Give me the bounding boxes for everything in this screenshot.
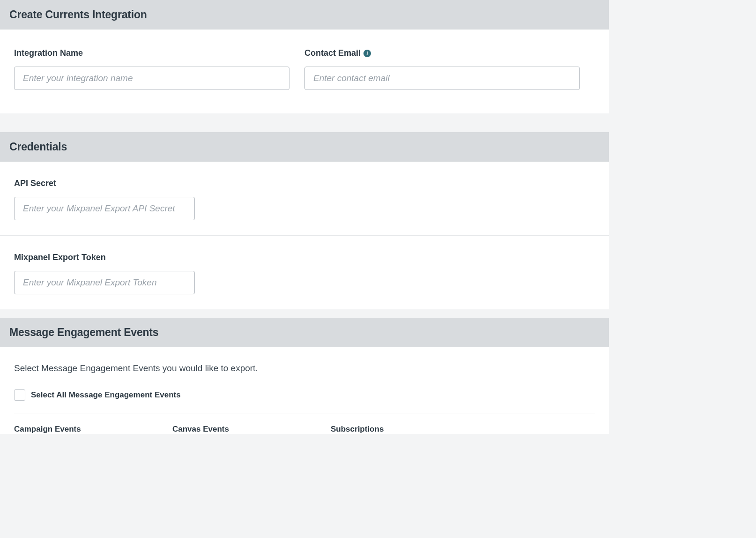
label-contact-email-text: Contact Email (304, 48, 361, 58)
events-title: Message Engagement Events (9, 326, 600, 339)
select-all-checkbox[interactable] (14, 389, 25, 401)
select-all-label: Select All Message Engagement Events (31, 390, 181, 400)
select-all-row: Select All Message Engagement Events (14, 389, 595, 413)
column-canvas-events: Canvas Events (172, 425, 331, 434)
integration-name-input[interactable] (14, 67, 289, 90)
section-header-create-integration: Create Currents Integration (0, 0, 609, 30)
label-api-secret: API Secret (14, 179, 595, 188)
section-header-credentials: Credentials (0, 132, 609, 162)
field-api-secret: API Secret (0, 162, 609, 236)
event-columns: Campaign Events Canvas Events Subscripti… (14, 413, 595, 434)
field-export-token: Mixpanel Export Token (0, 236, 609, 309)
export-token-input[interactable] (14, 271, 195, 294)
label-export-token: Mixpanel Export Token (14, 253, 595, 262)
column-subscriptions: Subscriptions (331, 425, 489, 434)
page-title: Create Currents Integration (9, 8, 600, 21)
api-secret-input[interactable] (14, 197, 195, 220)
contact-email-input[interactable] (304, 67, 580, 90)
info-icon[interactable]: i (363, 50, 371, 57)
section-body-events: Select Message Engagement Events you wou… (0, 347, 609, 434)
section-gap-small (0, 309, 609, 318)
column-campaign-events: Campaign Events (14, 425, 172, 434)
section-body-create-integration: Integration Name Contact Email i (0, 30, 609, 113)
field-contact-email: Contact Email i (304, 48, 580, 90)
label-contact-email: Contact Email i (304, 48, 580, 58)
credentials-title: Credentials (9, 141, 600, 153)
field-integration-name: Integration Name (14, 48, 289, 90)
section-gap (0, 113, 609, 132)
section-body-credentials: API Secret Mixpanel Export Token (0, 162, 609, 309)
section-header-events: Message Engagement Events (0, 318, 609, 347)
events-description: Select Message Engagement Events you wou… (14, 363, 595, 374)
label-integration-name: Integration Name (14, 48, 289, 58)
